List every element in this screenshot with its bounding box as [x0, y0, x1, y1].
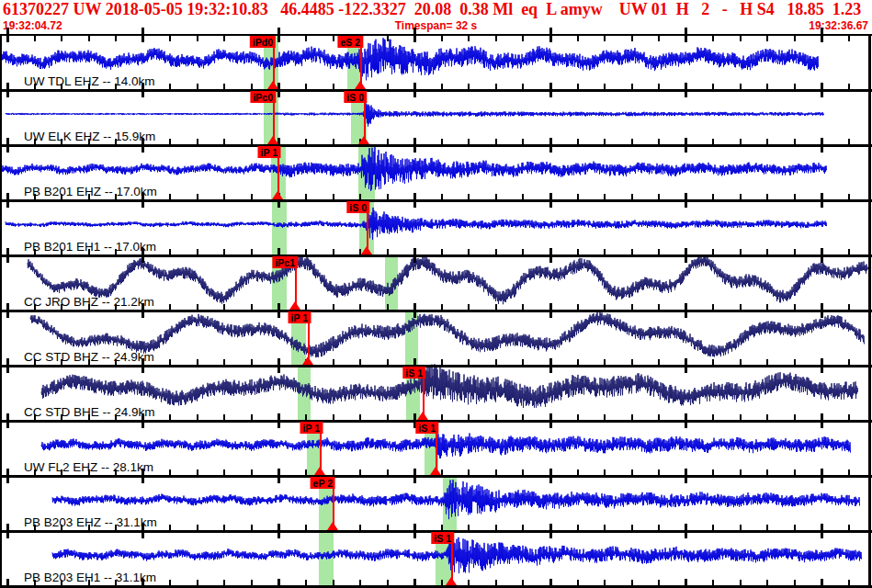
- minor-time-tick: [495, 469, 497, 475]
- minor-time-tick: [251, 249, 253, 254]
- trace-panel[interactable]: iPd0eS 2UW TDL EHZ -- 14.0kmiPc0iS 0UW E…: [0, 0, 872, 588]
- minor-time-tick: [794, 359, 796, 365]
- minor-time-tick: [522, 36, 524, 41]
- station-label[interactable]: PB B201 EH1 -- 17.0km: [24, 240, 156, 254]
- trace-divider-line: [0, 310, 872, 312]
- pick-triangle-icon: [358, 136, 369, 144]
- major-time-tick: [413, 248, 416, 263]
- minor-time-tick: [223, 469, 225, 475]
- minor-time-tick: [848, 84, 850, 89]
- major-time-tick: [6, 413, 9, 428]
- minor-time-tick: [468, 194, 470, 199]
- station-label[interactable]: UW ELK EHZ -- 15.9km: [24, 130, 155, 143]
- major-time-tick: [685, 303, 687, 318]
- minor-time-tick: [794, 580, 796, 585]
- major-time-tick: [413, 469, 416, 483]
- minor-time-tick: [387, 304, 389, 310]
- major-time-tick: [821, 303, 823, 318]
- station-label[interactable]: UW TDL EHZ -- 14.0km: [24, 74, 155, 88]
- minor-time-tick: [848, 139, 850, 144]
- major-time-tick: [549, 193, 552, 208]
- minor-time-tick: [441, 139, 443, 144]
- minor-time-tick: [333, 414, 334, 420]
- trace-divider-line: [0, 89, 872, 92]
- minor-time-tick: [169, 469, 171, 475]
- minor-time-tick: [631, 414, 633, 420]
- minor-time-tick: [468, 580, 470, 585]
- minor-time-tick: [658, 194, 660, 199]
- minor-time-tick: [794, 36, 796, 41]
- major-time-tick: [549, 358, 552, 373]
- minor-time-tick: [848, 304, 850, 310]
- major-time-tick: [549, 469, 552, 483]
- minor-time-tick: [251, 580, 253, 585]
- pick-flag-s[interactable]: iS 1: [431, 532, 454, 544]
- minor-time-tick: [577, 194, 579, 199]
- major-time-tick: [6, 193, 9, 208]
- station-label[interactable]: CC STD BHE -- 24.9km: [24, 405, 155, 419]
- station-label[interactable]: CC STD BHZ -- 24.9km: [24, 350, 154, 364]
- minor-time-tick: [740, 359, 742, 365]
- major-time-tick: [6, 524, 9, 538]
- major-time-tick: [6, 248, 9, 263]
- pick-flag-p[interactable]: iP 1: [300, 422, 323, 434]
- minor-time-tick: [766, 304, 768, 310]
- minor-time-tick: [169, 304, 171, 310]
- pick-flag-p[interactable]: iPc0: [250, 91, 276, 103]
- minor-time-tick: [359, 414, 361, 420]
- major-time-tick: [6, 579, 9, 588]
- minor-time-tick: [658, 414, 660, 420]
- minor-time-tick: [495, 414, 497, 420]
- minor-time-tick: [223, 194, 225, 199]
- minor-time-tick: [169, 359, 171, 365]
- major-time-tick: [549, 524, 552, 538]
- station-label[interactable]: CC JRO BHZ -- 21.2km: [24, 295, 154, 309]
- minor-time-tick: [712, 84, 714, 89]
- major-time-tick: [821, 579, 823, 588]
- pick-flag-s[interactable]: iS 1: [402, 367, 425, 379]
- minor-time-tick: [604, 139, 606, 144]
- major-time-tick: [821, 413, 823, 428]
- minor-time-tick: [197, 525, 198, 530]
- minor-time-tick: [604, 304, 606, 310]
- station-label[interactable]: PB B201 EHZ -- 17.0km: [24, 185, 157, 198]
- minor-time-tick: [169, 194, 171, 199]
- pick-flag-p[interactable]: iPc1: [272, 256, 298, 268]
- minor-time-tick: [305, 304, 307, 310]
- minor-time-tick: [359, 469, 361, 475]
- pick-flag-p[interactable]: eP 2: [311, 477, 335, 489]
- minor-time-tick: [468, 525, 470, 530]
- major-time-tick: [277, 579, 280, 588]
- pick-flag-s[interactable]: eS 2: [337, 36, 363, 48]
- major-time-tick: [685, 193, 687, 208]
- pick-flag-p[interactable]: iPd0: [250, 36, 276, 48]
- minor-time-tick: [441, 469, 443, 475]
- major-time-tick: [413, 83, 416, 97]
- pick-flag-s[interactable]: iS 1: [415, 422, 438, 434]
- minor-time-tick: [658, 525, 660, 530]
- pick-flag-p[interactable]: iP 1: [289, 311, 311, 323]
- minor-time-tick: [495, 84, 497, 89]
- pick-flag-p[interactable]: iP 1: [258, 146, 281, 158]
- station-label[interactable]: UW FL2 EHZ -- 28.1km: [24, 460, 153, 474]
- pick-flag-s[interactable]: iS 0: [344, 91, 367, 103]
- minor-time-tick: [577, 414, 579, 420]
- pick-triangle-icon: [267, 81, 278, 89]
- minor-time-tick: [766, 36, 768, 41]
- major-time-tick: [413, 303, 416, 318]
- station-label[interactable]: PB B203 EH1 -- 31.1km: [24, 571, 156, 584]
- minor-time-tick: [848, 359, 850, 365]
- minor-time-tick: [197, 36, 198, 41]
- pick-flag-s[interactable]: iS 0: [346, 201, 369, 213]
- minor-time-tick: [305, 580, 307, 585]
- station-label[interactable]: PB B203 EHZ -- 31.1km: [24, 515, 157, 529]
- major-time-tick: [821, 28, 823, 42]
- minor-time-tick: [197, 469, 198, 475]
- waveform-trace: [6, 103, 824, 126]
- major-time-tick: [685, 579, 687, 588]
- minor-time-tick: [34, 36, 36, 41]
- minor-time-tick: [658, 304, 660, 310]
- minor-time-tick: [305, 194, 307, 199]
- minor-time-tick: [495, 194, 497, 199]
- minor-time-tick: [577, 249, 579, 254]
